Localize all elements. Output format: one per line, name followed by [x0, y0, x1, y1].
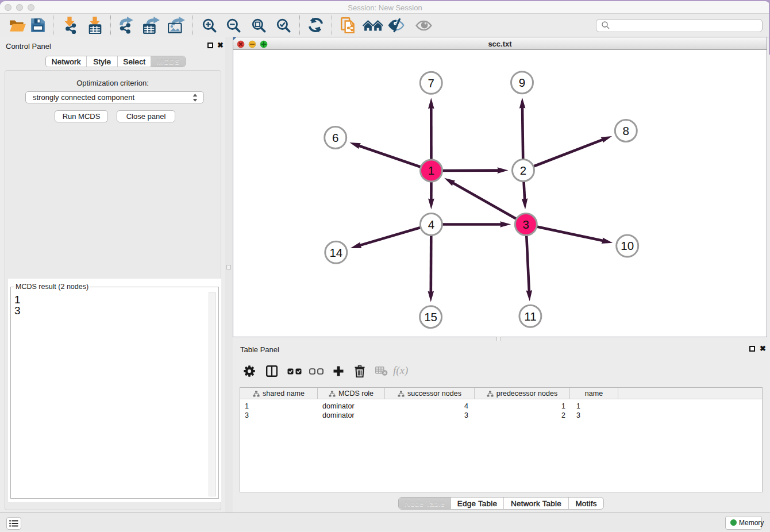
- svg-text:2: 2: [520, 164, 526, 177]
- svg-text:10: 10: [621, 239, 634, 252]
- svg-text:1: 1: [428, 164, 434, 177]
- svg-text:6: 6: [332, 131, 338, 144]
- svg-text:11: 11: [524, 310, 536, 323]
- svg-text:14: 14: [329, 246, 342, 259]
- svg-text:9: 9: [519, 76, 525, 89]
- svg-text:7: 7: [428, 76, 434, 90]
- svg-text:15: 15: [424, 310, 437, 323]
- svg-text:8: 8: [623, 124, 629, 137]
- svg-text:3: 3: [523, 218, 529, 231]
- svg-text:4: 4: [428, 218, 434, 231]
